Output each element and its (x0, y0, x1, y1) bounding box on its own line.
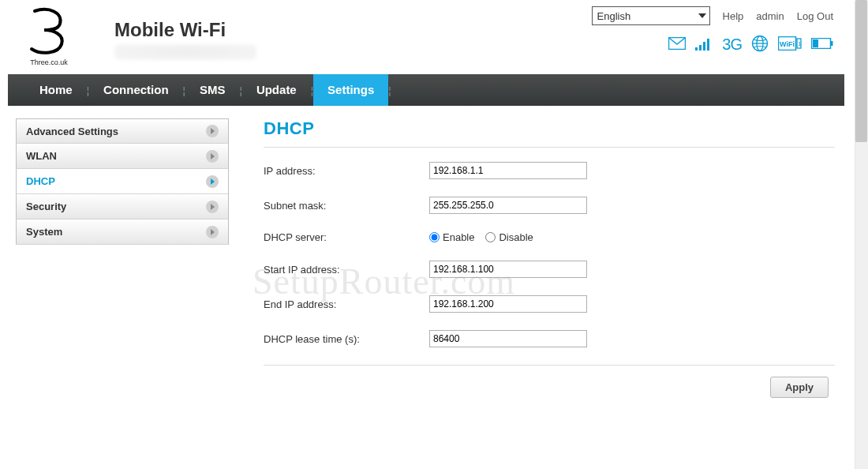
svg-rect-4 (703, 42, 705, 51)
help-link[interactable]: Help (723, 10, 744, 22)
end-ip-label: End IP address: (264, 298, 429, 310)
sidebar-item-label: Security (26, 201, 66, 212)
dhcp-form: IP address: Subnet mask: DHCP server: En… (264, 162, 835, 398)
subnet-mask-input[interactable] (429, 197, 587, 214)
sidebar-item-security[interactable]: Security (16, 194, 229, 219)
nav-home[interactable]: Home (25, 74, 87, 106)
chevron-right-icon (206, 150, 219, 163)
nav-sms[interactable]: SMS (185, 74, 240, 106)
svg-text:Three.co.uk: Three.co.uk (30, 58, 68, 66)
language-value: English (597, 10, 631, 22)
dhcp-server-label: DHCP server: (264, 231, 429, 243)
status-icons: 3G WiFi1 (668, 35, 833, 54)
network-mode-label: 3G (722, 36, 742, 54)
user-link[interactable]: admin (756, 10, 784, 22)
brand-logo: Three.co.uk (17, 5, 80, 69)
dhcp-enable-radio[interactable]: Enable (429, 231, 474, 243)
brand-title: Mobile Wi-Fi (114, 19, 226, 41)
globe-icon (751, 35, 769, 54)
sidebar-item-wlan[interactable]: WLAN (16, 144, 229, 169)
main-nav: Home ¦ Connection ¦ SMS ¦ Update ¦ Setti… (8, 74, 844, 106)
sidebar-item-advanced[interactable]: Advanced Settings (16, 118, 229, 144)
ip-address-input[interactable] (429, 162, 587, 179)
signal-icon (695, 36, 713, 53)
sidebar-item-label: Advanced Settings (26, 126, 118, 137)
dhcp-disable-radio[interactable]: Disable (485, 231, 533, 243)
dropdown-arrow-icon (698, 13, 706, 18)
start-ip-input[interactable] (429, 261, 587, 278)
svg-text:1: 1 (798, 40, 802, 47)
header: Three.co.uk Mobile Wi-Fi English Help ad… (8, 0, 844, 74)
wifi-clients-icon: WiFi1 (778, 36, 802, 53)
start-ip-label: Start IP address: (264, 264, 429, 276)
divider (264, 365, 835, 366)
chevron-right-icon (206, 125, 219, 137)
settings-sidebar: Advanced Settings WLAN DHCP Security Sys… (16, 118, 229, 398)
ip-address-label: IP address: (264, 165, 429, 177)
svg-text:WiFi: WiFi (780, 40, 795, 48)
chevron-right-icon (206, 226, 219, 238)
svg-rect-2 (695, 47, 698, 51)
chevron-right-icon (206, 201, 219, 213)
svg-rect-15 (813, 39, 818, 47)
sidebar-item-label: System (26, 226, 62, 238)
scrollbar-track[interactable] (855, 0, 868, 469)
end-ip-input[interactable] (429, 295, 587, 313)
top-right-bar: English Help admin Log Out (592, 6, 833, 25)
sidebar-item-system[interactable]: System (16, 219, 229, 245)
chevron-right-icon (206, 175, 219, 188)
battery-icon (811, 38, 833, 51)
nav-connection[interactable]: Connection (89, 74, 183, 106)
lease-time-label: DHCP lease time (s): (264, 333, 429, 345)
lease-time-input[interactable] (429, 330, 587, 347)
page-title: DHCP (264, 118, 835, 148)
svg-rect-5 (707, 39, 709, 51)
language-select[interactable]: English (592, 6, 710, 25)
logout-link[interactable]: Log Out (797, 10, 833, 22)
main-panel: DHCP IP address: Subnet mask: DHCP serve… (229, 118, 844, 398)
masked-subtitle (114, 44, 256, 60)
nav-update[interactable]: Update (242, 74, 311, 106)
apply-button[interactable]: Apply (770, 377, 829, 398)
svg-rect-3 (699, 45, 702, 51)
subnet-mask-label: Subnet mask: (264, 200, 429, 212)
sidebar-item-label: DHCP (26, 175, 55, 187)
sidebar-item-dhcp[interactable]: DHCP (16, 169, 229, 194)
sidebar-item-label: WLAN (26, 150, 57, 162)
scrollbar-thumb[interactable] (855, 0, 867, 142)
nav-settings[interactable]: Settings (313, 74, 388, 106)
svg-rect-14 (831, 41, 833, 46)
mail-icon[interactable] (668, 37, 686, 52)
